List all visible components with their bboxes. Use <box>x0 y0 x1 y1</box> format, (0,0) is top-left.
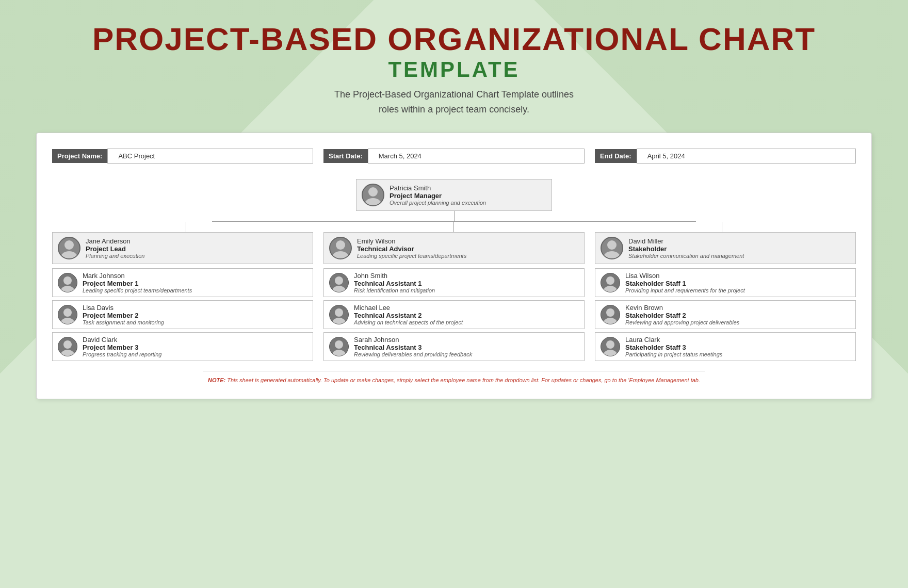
svg-point-5 <box>60 286 75 292</box>
col3-m1-avatar <box>601 273 620 292</box>
top-manager-wrapper: Patricia Smith Project Manager Overall p… <box>52 179 856 211</box>
col1-m1-info: Mark Johnson Project Member 1 Leading sp… <box>83 272 307 293</box>
svg-point-7 <box>60 318 75 324</box>
svg-point-1 <box>364 198 382 205</box>
page-header: PROJECT-BASED ORGANIZATIONAL CHART TEMPL… <box>92 21 816 117</box>
col1-member-2: Lisa Davis Project Member 2 Task assignm… <box>52 300 313 329</box>
svg-point-25 <box>603 350 618 356</box>
col1-head-role: Project Lead <box>86 245 307 253</box>
col2-m1-info: John Smith Technical Assistant 1 Risk id… <box>354 272 579 293</box>
note-section: NOTE: This sheet is generated automatica… <box>203 371 705 388</box>
col2-member-2: Michael Lee Technical Assistant 2 Advisi… <box>323 300 585 329</box>
col2-m2-name: Michael Lee <box>354 304 579 312</box>
col1-m1-role: Project Member 1 <box>83 280 307 287</box>
col3-m2-name: Kevin Brown <box>625 304 850 312</box>
col1-m2-role: Project Member 2 <box>83 312 307 319</box>
col3-head-info: David Miller Stakeholder Stakeholder com… <box>628 237 850 259</box>
svg-point-0 <box>368 187 378 197</box>
v-line-center <box>52 211 856 221</box>
col2-m1-role: Technical Assistant 1 <box>354 280 579 287</box>
svg-point-14 <box>335 308 343 317</box>
svg-point-24 <box>606 340 614 349</box>
col2-m3-avatar <box>329 337 349 356</box>
col1-m3-avatar <box>58 337 77 356</box>
col2-m2-role: Technical Assistant 2 <box>354 312 579 319</box>
columns-row: Jane Anderson Project Lead Planning and … <box>52 232 856 361</box>
subtitle: TEMPLATE <box>92 57 816 82</box>
col1-m2-desc: Task assignment and monitoring <box>83 319 307 325</box>
col2-head-desc: Leading specific project teams/departmen… <box>357 253 579 259</box>
col2-head-info: Emily Wilson Technical Advisor Leading s… <box>357 237 579 259</box>
col3-m3-desc: Participating in project status meetings <box>625 351 850 357</box>
h-bar-wrapper <box>52 221 856 222</box>
svg-point-17 <box>332 350 346 356</box>
col1-m1-name: Mark Johnson <box>83 272 307 280</box>
col2-head-card: Emily Wilson Technical Advisor Leading s… <box>323 232 585 264</box>
col1-m1-desc: Leading specific project teams/departmen… <box>83 287 307 293</box>
svg-point-19 <box>603 251 621 258</box>
col2-m2-avatar <box>329 305 349 324</box>
col3-m2-info: Kevin Brown Stakeholder Staff 2 Reviewin… <box>625 304 850 325</box>
col2-members: John Smith Technical Assistant 1 Risk id… <box>323 268 585 361</box>
col1-m3-role: Project Member 3 <box>83 344 307 351</box>
svg-point-20 <box>606 276 614 285</box>
manager-card: Patricia Smith Project Manager Overall p… <box>356 179 552 211</box>
col2-m1-name: John Smith <box>354 272 579 280</box>
col1-head-card: Jane Anderson Project Lead Planning and … <box>52 232 313 264</box>
col3-member-2: Kevin Brown Stakeholder Staff 2 Reviewin… <box>595 300 856 329</box>
project-name-value: ABC Project <box>107 149 313 164</box>
col2-m3-role: Technical Assistant 3 <box>354 344 579 351</box>
manager-name: Patricia Smith <box>390 184 546 192</box>
project-name-label: Project Name: <box>52 149 107 163</box>
col3-m2-desc: Reviewing and approving project delivera… <box>625 319 850 325</box>
col2-head-name: Emily Wilson <box>357 237 579 245</box>
svg-point-2 <box>64 240 74 250</box>
col3-head-avatar <box>601 237 623 259</box>
col1-member-3: David Clark Project Member 3 Progress tr… <box>52 332 313 361</box>
col2-m1-desc: Risk identification and mitigation <box>354 287 579 293</box>
col3-m1-role: Stakeholder Staff 1 <box>625 280 850 287</box>
col1-m1-avatar <box>58 273 77 292</box>
col3-member-1: Lisa Wilson Stakeholder Staff 1 Providin… <box>595 268 856 297</box>
col3-m3-role: Stakeholder Staff 3 <box>625 344 850 351</box>
col2-member-3: Sarah Johnson Technical Assistant 3 Revi… <box>323 332 585 361</box>
main-title: PROJECT-BASED ORGANIZATIONAL CHART <box>92 21 816 57</box>
col2-member-1: John Smith Technical Assistant 1 Risk id… <box>323 268 585 297</box>
svg-point-12 <box>335 276 343 285</box>
col3-m3-avatar <box>601 337 620 356</box>
svg-point-22 <box>606 308 614 317</box>
three-v-lines <box>52 222 856 232</box>
col3-m1-desc: Providing input and requirements for the… <box>625 287 850 293</box>
manager-role: Project Manager <box>390 192 546 200</box>
manager-info: Patricia Smith Project Manager Overall p… <box>390 184 546 206</box>
svg-point-4 <box>63 276 72 285</box>
start-date-field: Start Date: March 5, 2024 <box>323 149 585 164</box>
manager-desc: Overall project planning and execution <box>390 200 546 206</box>
svg-point-10 <box>336 240 345 250</box>
col1-m2-info: Lisa Davis Project Member 2 Task assignm… <box>83 304 307 325</box>
h-bar <box>212 221 696 222</box>
col2-m3-info: Sarah Johnson Technical Assistant 3 Revi… <box>354 336 579 357</box>
col1-m3-info: David Clark Project Member 3 Progress tr… <box>83 336 307 357</box>
col1-head-name: Jane Anderson <box>86 237 307 245</box>
svg-point-18 <box>607 240 617 250</box>
org-chart: Patricia Smith Project Manager Overall p… <box>52 179 856 388</box>
start-date-value: March 5, 2024 <box>368 149 585 164</box>
v-line-col-3 <box>588 222 856 232</box>
start-date-label: Start Date: <box>323 149 368 163</box>
col2-m2-desc: Advising on technical aspects of the pro… <box>354 319 579 325</box>
col2-m2-info: Michael Lee Technical Assistant 2 Advisi… <box>354 304 579 325</box>
col3-m3-name: Laura Clark <box>625 336 850 344</box>
description: The Project-Based Organizational Chart T… <box>92 87 816 117</box>
col2-m1-avatar <box>329 273 349 292</box>
col2-head-avatar <box>329 237 352 259</box>
col2-head-role: Technical Advisor <box>357 245 579 253</box>
col1-head-desc: Planning and execution <box>86 253 307 259</box>
col2-m3-desc: Reviewing deliverables and providing fee… <box>354 351 579 357</box>
column-1: Jane Anderson Project Lead Planning and … <box>52 232 313 361</box>
col2-m3-name: Sarah Johnson <box>354 336 579 344</box>
col1-member-1: Mark Johnson Project Member 1 Leading sp… <box>52 268 313 297</box>
svg-point-23 <box>603 318 618 324</box>
note-label: NOTE: <box>208 377 227 383</box>
svg-point-11 <box>332 251 349 258</box>
